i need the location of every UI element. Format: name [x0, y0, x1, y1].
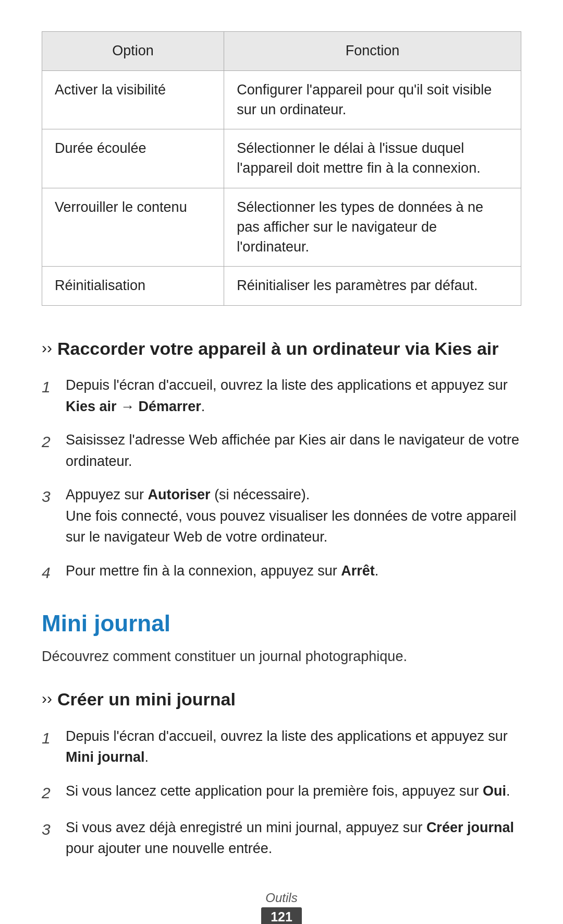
chevron-icon: ›› [42, 339, 52, 357]
chevron-icon: ›› [42, 690, 52, 707]
table-row: Verrouiller le contenu Sélectionner les … [42, 188, 521, 266]
kies-air-title: Raccorder votre appareil à un ordinateur… [57, 337, 499, 360]
creer-mini-journal-heading: ›› Créer un mini journal [42, 688, 521, 711]
mini-journal-title: Mini journal [42, 610, 521, 637]
table-cell-fonction: Réinitialiser les paramètres par défaut. [224, 267, 521, 306]
step-number: 2 [42, 781, 56, 805]
step-number: 3 [42, 817, 56, 841]
kies-air-section-heading: ›› Raccorder votre appareil à un ordinat… [42, 337, 521, 360]
table-cell-option: Durée écoulée [42, 129, 224, 188]
step-number: 1 [42, 375, 56, 399]
table-row: Durée écoulée Sélectionner le délai à l'… [42, 129, 521, 188]
table-row: Réinitialisation Réinitialiser les param… [42, 267, 521, 306]
step-content: Pour mettre fin à la connexion, appuyez … [66, 560, 521, 582]
step-content: Appuyez sur Autoriser (si nécessaire). U… [66, 484, 521, 548]
table-row: Activer la visibilité Configurer l'appar… [42, 70, 521, 129]
step-number: 3 [42, 484, 56, 508]
step-number: 4 [42, 560, 56, 584]
kies-air-steps: 1 Depuis l'écran d'accueil, ouvrez la li… [42, 375, 521, 584]
table-cell-fonction: Configurer l'appareil pour qu'il soit vi… [224, 70, 521, 129]
step-content: Depuis l'écran d'accueil, ouvrez la list… [66, 726, 521, 768]
mini-journal-steps: 1 Depuis l'écran d'accueil, ouvrez la li… [42, 726, 521, 859]
step-content: Depuis l'écran d'accueil, ouvrez la list… [66, 375, 521, 417]
table-cell-fonction: Sélectionner le délai à l'issue duquel l… [224, 129, 521, 188]
table-cell-fonction: Sélectionner les types de données à ne p… [224, 188, 521, 266]
step-content: Si vous avez déjà enregistré un mini jou… [66, 817, 521, 859]
mini-journal-subtitle: Découvrez comment constituer un journal … [42, 646, 521, 667]
list-item: 3 Appuyez sur Autoriser (si nécessaire).… [42, 484, 521, 548]
page-footer: Outils 121 [42, 891, 521, 924]
table-cell-option: Réinitialisation [42, 267, 224, 306]
list-item: 2 Saisissez l'adresse Web affichée par K… [42, 429, 521, 472]
step-number: 2 [42, 429, 56, 453]
options-table: Option Fonction Activer la visibilité Co… [42, 31, 521, 306]
table-header-option: Option [42, 32, 224, 71]
step-content: Saisissez l'adresse Web affichée par Kie… [66, 429, 521, 472]
table-cell-option: Verrouiller le contenu [42, 188, 224, 266]
step-number: 1 [42, 726, 56, 750]
table-cell-option: Activer la visibilité [42, 70, 224, 129]
list-item: 1 Depuis l'écran d'accueil, ouvrez la li… [42, 726, 521, 768]
list-item: 3 Si vous avez déjà enregistré un mini j… [42, 817, 521, 859]
list-item: 1 Depuis l'écran d'accueil, ouvrez la li… [42, 375, 521, 417]
page-number: 121 [261, 907, 302, 924]
table-header-fonction: Fonction [224, 32, 521, 71]
footer-label: Outils [42, 891, 521, 905]
list-item: 2 Si vous lancez cette application pour … [42, 781, 521, 805]
creer-mini-journal-title: Créer un mini journal [57, 688, 236, 711]
list-item: 4 Pour mettre fin à la connexion, appuye… [42, 560, 521, 584]
step-content: Si vous lancez cette application pour la… [66, 781, 521, 802]
